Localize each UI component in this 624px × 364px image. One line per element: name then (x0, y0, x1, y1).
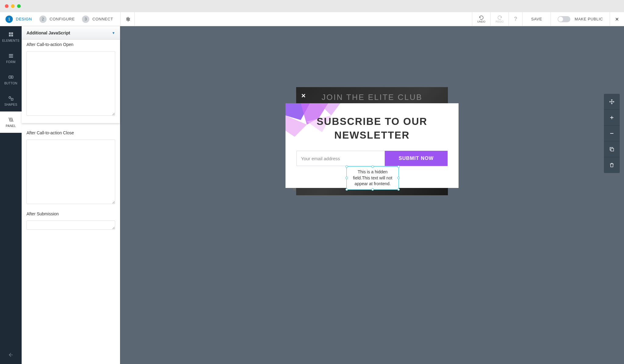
step-connect[interactable]: 3 CONNECT (82, 16, 113, 23)
button-icon (8, 74, 14, 80)
svg-rect-3 (11, 34, 13, 36)
nav-back-button[interactable] (0, 346, 22, 364)
save-button[interactable]: SAVE (523, 12, 551, 26)
step-label: CONFIGURE (50, 17, 75, 21)
svg-rect-15 (611, 148, 614, 151)
delete-tool[interactable] (604, 157, 620, 173)
minus-icon (609, 131, 615, 136)
nav-panel[interactable]: PANEL (0, 111, 22, 133)
resize-handle[interactable] (346, 188, 348, 191)
hidden-field-text: This is a hidden field.This text will no… (353, 169, 392, 186)
left-nav: ELEMENTS FORM BUTTON SHAPES PANEL (0, 26, 22, 364)
side-panel: Additional JavaScript ▼ After Call-to-ac… (22, 26, 120, 364)
canvas-tools (604, 94, 620, 173)
resize-handle[interactable] (397, 188, 400, 191)
after-close-textarea[interactable] (27, 140, 115, 204)
svg-rect-0 (9, 32, 11, 34)
step-label: CONNECT (92, 17, 113, 21)
step-number: 2 (39, 16, 47, 23)
svg-point-8 (9, 97, 11, 98)
nav-button[interactable]: BUTTON (0, 69, 22, 90)
window-minimize-dot[interactable] (11, 4, 15, 8)
after-submission-textarea[interactable] (27, 221, 115, 230)
submit-button[interactable]: SUBMIT NOW (385, 151, 448, 166)
wizard-steps: 1 DESIGN 2 CONFIGURE 3 CONNECT (0, 16, 113, 23)
nav-label: BUTTON (4, 82, 17, 85)
arrow-left-icon (8, 352, 14, 358)
panel-section-header[interactable]: Additional JavaScript ▼ (22, 26, 120, 40)
svg-rect-2 (9, 34, 11, 36)
email-input[interactable]: Your email address (296, 151, 385, 166)
step-number: 1 (5, 16, 13, 23)
top-toolbar: 1 DESIGN 2 CONFIGURE 3 CONNECT UNDO REDO… (0, 12, 624, 26)
after-close-label: After Call-to-action Close (27, 130, 115, 135)
form-icon (8, 53, 14, 58)
svg-rect-1 (11, 32, 13, 34)
copy-tool[interactable] (604, 141, 620, 157)
close-icon (300, 93, 307, 99)
nav-elements[interactable]: ELEMENTS (0, 26, 22, 48)
window-close-dot[interactable] (5, 4, 9, 8)
window-titlebar (0, 0, 624, 12)
step-number: 3 (82, 16, 89, 23)
resize-handle[interactable] (346, 177, 348, 179)
close-button[interactable] (610, 12, 624, 26)
zoom-in-tool[interactable] (604, 110, 620, 125)
redo-button[interactable]: REDO (490, 12, 509, 26)
trash-icon (609, 162, 615, 168)
svg-rect-6 (9, 57, 13, 57)
help-button[interactable]: ? (509, 12, 523, 26)
plus-icon (609, 115, 615, 120)
make-public-label: MAKE PUBLIC (575, 17, 603, 21)
step-label: DESIGN (16, 17, 32, 21)
nav-label: PANEL (6, 124, 16, 128)
front-panel-title: SUBSCRIBE TO OUR NEWSLETTER (285, 115, 459, 142)
move-tool[interactable] (604, 94, 620, 110)
undo-button[interactable]: UNDO (472, 12, 490, 26)
shapes-icon (8, 96, 14, 101)
panel-icon (8, 117, 14, 122)
resize-handle[interactable] (371, 165, 374, 168)
grid-icon (8, 32, 14, 37)
redo-label: REDO (496, 20, 504, 23)
design-canvas[interactable]: JOIN THE ELITE CLUB SUBSCRIBE TO OUR NEW… (120, 26, 624, 364)
move-icon (609, 99, 615, 104)
zoom-out-tool[interactable] (604, 125, 620, 141)
step-configure[interactable]: 2 CONFIGURE (39, 16, 75, 23)
resize-handle[interactable] (397, 165, 400, 168)
nav-label: SHAPES (4, 103, 17, 106)
nav-label: ELEMENTS (2, 39, 19, 42)
step-design[interactable]: 1 DESIGN (5, 16, 32, 23)
resize-handle[interactable] (346, 165, 348, 168)
panel-header-label: Additional JavaScript (27, 30, 70, 35)
nav-label: FORM (6, 60, 16, 64)
settings-button[interactable] (121, 12, 135, 26)
nav-shapes[interactable]: SHAPES (0, 90, 22, 111)
close-icon (615, 17, 619, 22)
make-public-toggle[interactable] (558, 16, 570, 22)
window-zoom-dot[interactable] (17, 4, 21, 8)
after-open-label: After Call-to-action Open (27, 42, 115, 47)
resize-handle[interactable] (371, 188, 374, 191)
back-panel-title: JOIN THE ELITE CLUB (296, 93, 448, 102)
publish-area: MAKE PUBLIC (551, 12, 610, 26)
copy-icon (609, 147, 615, 152)
after-open-textarea[interactable] (27, 51, 115, 116)
svg-rect-4 (9, 54, 13, 55)
redo-icon (497, 15, 502, 20)
gear-icon (125, 16, 130, 22)
undo-icon (479, 15, 484, 20)
svg-rect-9 (11, 98, 13, 100)
after-submission-label: After Submission (27, 211, 115, 216)
nav-form[interactable]: FORM (0, 48, 22, 69)
svg-rect-5 (9, 55, 13, 56)
chevron-down-icon: ▼ (112, 31, 115, 35)
selected-hidden-field[interactable]: This is a hidden field.This text will no… (346, 166, 399, 190)
undo-label: UNDO (477, 20, 486, 23)
back-panel-close[interactable] (300, 93, 307, 101)
